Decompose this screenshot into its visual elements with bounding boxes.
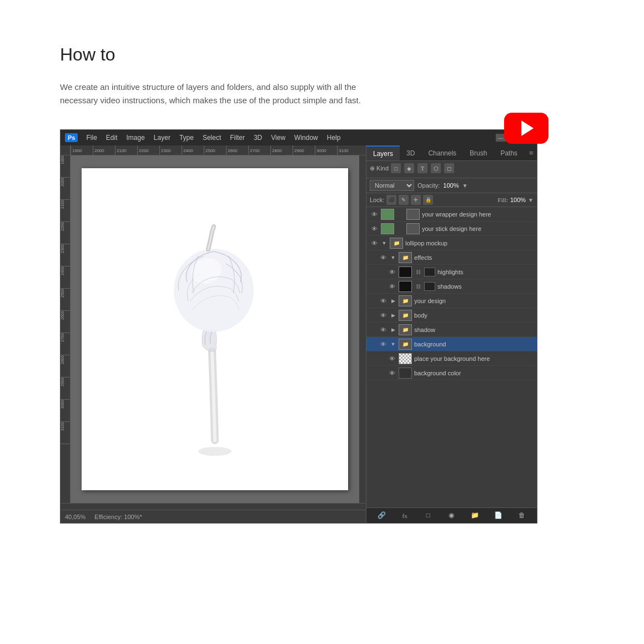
- ps-window: Ps File Edit Image Layer Type Select Fil…: [60, 129, 537, 524]
- visibility-icon[interactable]: 👁: [370, 210, 379, 219]
- layer-item-group[interactable]: 👁 ▶ 📁 body: [366, 308, 537, 323]
- visibility-icon[interactable]: 👁: [388, 282, 396, 291]
- fill-label: Fill:: [498, 197, 508, 203]
- canvas-area: 1900 2000 2100 2200 2300 2400 2500 2600 …: [61, 145, 366, 523]
- expand-icon[interactable]: ▶: [390, 326, 396, 333]
- tab-channels[interactable]: Channels: [421, 145, 463, 160]
- menu-type[interactable]: Type: [175, 133, 198, 143]
- layer-thumbnail: 📁: [399, 295, 412, 306]
- blend-mode-select[interactable]: Normal: [370, 180, 414, 191]
- lock-position-icon[interactable]: ✛: [411, 195, 421, 205]
- visibility-icon[interactable]: 👁: [370, 239, 379, 248]
- ruler-v-mark: 3000: [61, 400, 70, 422]
- menu-help[interactable]: Help: [323, 133, 345, 143]
- icon-row: □ ◈ T ⬡ ◻: [391, 163, 454, 173]
- page-container: How to We create an intuitive structure …: [0, 0, 644, 568]
- menu-view[interactable]: View: [267, 133, 289, 143]
- expand-icon[interactable]: ▼: [390, 254, 396, 261]
- ruler-v-mark: 1900: [61, 155, 70, 178]
- menu-filter[interactable]: Filter: [226, 133, 249, 143]
- layer-mask-thumb: [406, 223, 420, 234]
- menu-window[interactable]: Window: [290, 133, 322, 143]
- ruler-mark: 3000: [315, 145, 337, 155]
- new-group-icon[interactable]: 📁: [470, 510, 481, 521]
- layer-item[interactable]: 👁 your wrapper design here: [366, 207, 537, 222]
- expand-icon[interactable]: ▶: [390, 312, 396, 319]
- layer-mask: [424, 268, 435, 276]
- ruler-mark: 3100: [337, 145, 359, 155]
- layer-item[interactable]: 👁 ⛓ shadows: [366, 279, 537, 294]
- chain-icon: ⛓: [414, 283, 422, 290]
- layer-item[interactable]: 👁 place your background here: [366, 351, 537, 366]
- visibility-icon[interactable]: 👁: [379, 325, 388, 334]
- opacity-label: Opacity:: [417, 182, 440, 189]
- menu-layer[interactable]: Layer: [150, 133, 174, 143]
- adjustment-icon[interactable]: ◉: [446, 510, 457, 521]
- lock-all-icon[interactable]: 🔒: [423, 195, 433, 205]
- link-layers-icon[interactable]: 🔗: [376, 510, 387, 521]
- expand-icon[interactable]: ▼: [390, 341, 396, 348]
- layer-item[interactable]: 👁 your stick design here: [366, 222, 537, 236]
- kind-row: ⊕ Kind □ ◈ T ⬡ ◻: [370, 163, 534, 173]
- layer-thumbnail: 📁: [399, 310, 412, 321]
- filter-pixel-icon[interactable]: □: [391, 163, 401, 173]
- chain-icon: [396, 210, 404, 218]
- menu-edit[interactable]: Edit: [102, 133, 122, 143]
- zoom-level: 40,05%: [65, 514, 85, 520]
- visibility-icon[interactable]: 👁: [370, 224, 379, 233]
- ruler-v-mark: 2600: [61, 311, 70, 333]
- youtube-play-button[interactable]: [504, 113, 549, 144]
- layer-item-group[interactable]: 👁 ▶ 📁 shadow: [366, 323, 537, 337]
- layer-item-group[interactable]: 👁 ▼ 📁 effects: [366, 250, 537, 265]
- menu-3d[interactable]: 3D: [250, 133, 266, 143]
- visibility-icon[interactable]: 👁: [379, 311, 388, 320]
- visibility-icon[interactable]: 👁: [379, 296, 388, 305]
- layer-name: shadow: [414, 326, 534, 333]
- layer-effects-icon[interactable]: fx: [399, 510, 410, 521]
- layer-item-group-active[interactable]: 👁 ▼ 📁 background: [366, 337, 537, 351]
- expand-icon[interactable]: ▶: [390, 298, 396, 304]
- layer-name: highlights: [437, 269, 534, 275]
- lock-image-icon[interactable]: ✎: [399, 195, 409, 205]
- layer-item[interactable]: 👁 background color: [366, 366, 537, 380]
- canvas-content: [82, 168, 348, 490]
- visibility-icon[interactable]: 👁: [388, 268, 396, 276]
- menu-image[interactable]: Image: [123, 133, 149, 143]
- filter-shape-icon[interactable]: ⬡: [431, 163, 441, 173]
- filter-adjust-icon[interactable]: ◈: [404, 163, 414, 173]
- filter-type-icon[interactable]: T: [417, 163, 427, 173]
- add-mask-icon[interactable]: □: [422, 510, 434, 521]
- tab-brush[interactable]: Brush: [463, 145, 494, 160]
- fill-arrow[interactable]: ▼: [528, 197, 534, 203]
- expand-icon[interactable]: ▼: [381, 240, 388, 246]
- delete-layer-icon[interactable]: 🗑: [516, 510, 527, 521]
- layers-list: 👁 your wrapper design here 👁: [366, 207, 537, 507]
- tab-layers[interactable]: Layers: [366, 145, 400, 160]
- layer-item-group[interactable]: 👁 ▼ 📁 lollipop mockup: [366, 236, 537, 250]
- ruler-v-mark: 2300: [61, 244, 70, 266]
- menu-file[interactable]: File: [82, 133, 100, 143]
- scroll-horizontal[interactable]: [61, 503, 366, 510]
- visibility-icon[interactable]: 👁: [379, 253, 388, 262]
- tab-3d[interactable]: 3D: [400, 145, 421, 160]
- panel-menu-icon[interactable]: ≡: [526, 149, 537, 158]
- new-layer-icon[interactable]: 📄: [493, 510, 504, 521]
- tab-paths[interactable]: Paths: [494, 145, 524, 160]
- lock-transparent-icon[interactable]: ⬛: [386, 195, 396, 205]
- layer-name: your design: [414, 298, 534, 304]
- layer-item[interactable]: 👁 ⛓ highlights: [366, 265, 537, 279]
- menu-select[interactable]: Select: [199, 133, 225, 143]
- layer-name: place your background here: [414, 355, 534, 362]
- visibility-icon[interactable]: 👁: [379, 340, 388, 349]
- opacity-arrow[interactable]: ▼: [462, 183, 468, 189]
- layer-mask-thumb: [406, 209, 420, 220]
- scroll-vertical[interactable]: [359, 155, 366, 503]
- visibility-icon[interactable]: 👁: [388, 354, 396, 363]
- visibility-icon[interactable]: 👁: [388, 369, 396, 378]
- ruler-mark: 2500: [204, 145, 226, 155]
- layer-name: lollipop mockup: [405, 240, 534, 246]
- layer-thumbnail: 📁: [390, 238, 403, 249]
- layer-item-group[interactable]: 👁 ▶ 📁 your design: [366, 294, 537, 308]
- layer-name: body: [414, 312, 534, 319]
- filter-smart-icon[interactable]: ◻: [444, 163, 454, 173]
